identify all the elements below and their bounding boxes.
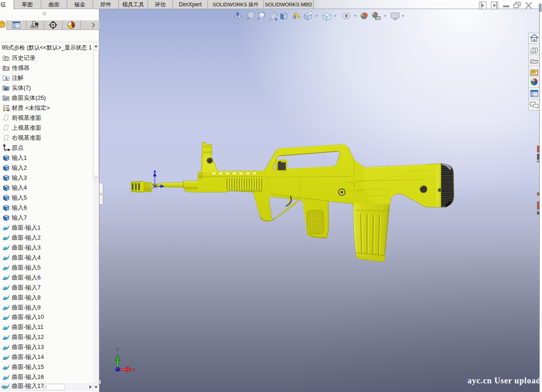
svg-text:输入7: 输入7 — [11, 214, 27, 221]
svg-text:曲面-输入15: 曲面-输入15 — [12, 363, 44, 370]
svg-text:曲面-输入11: 曲面-输入11 — [12, 323, 44, 330]
svg-text:曲面-输入12: 曲面-输入12 — [12, 333, 44, 340]
svg-text:曲面-输入13: 曲面-输入13 — [12, 343, 44, 350]
svg-text:曲面-输入9: 曲面-输入9 — [12, 304, 41, 311]
svg-text:历史记录: 历史记录 — [12, 54, 35, 61]
svg-text:输入5: 输入5 — [11, 194, 27, 201]
svg-text:X: X — [133, 367, 136, 372]
svg-text:实体(7): 实体(7) — [12, 84, 31, 91]
svg-text:曲面-输入6: 曲面-输入6 — [12, 274, 41, 281]
svg-text:曲面-输入5: 曲面-输入5 — [12, 264, 41, 271]
svg-text:曲面实体(25): 曲面实体(25) — [12, 94, 46, 101]
svg-text:Y: Y — [116, 347, 119, 352]
svg-text:A: A — [5, 76, 8, 81]
svg-text:输入4: 输入4 — [11, 184, 27, 191]
svg-text:95式步枪 (默认<<默认>_显示状态 1: 95式步枪 (默认<<默认>_显示状态 1 — [2, 44, 92, 51]
svg-text:上视基准面: 上视基准面 — [12, 124, 41, 131]
svg-text:曲面-输入4: 曲面-输入4 — [12, 254, 41, 261]
svg-text:曲面-输入16: 曲面-输入16 — [12, 373, 44, 380]
svg-text:原点: 原点 — [12, 144, 24, 151]
svg-text:输入2: 输入2 — [11, 164, 27, 171]
svg-text:注解: 注解 — [12, 74, 24, 81]
svg-text:输入1: 输入1 — [11, 154, 27, 161]
svg-text:曲面-输入14: 曲面-输入14 — [12, 353, 44, 360]
svg-text:曲面-输入1: 曲面-输入1 — [12, 224, 41, 231]
svg-text:输入3: 输入3 — [11, 174, 27, 181]
svg-text:曲面-输入17: 曲面-输入17 — [12, 382, 44, 389]
svg-text:传感器: 传感器 — [11, 64, 30, 71]
svg-text:右视基准面: 右视基准面 — [12, 134, 41, 141]
svg-text:材质 <未指定>: 材质 <未指定> — [11, 104, 50, 111]
svg-text:曲面-输入2: 曲面-输入2 — [12, 234, 41, 241]
svg-text:前视基准面: 前视基准面 — [12, 114, 41, 121]
svg-text:输入6: 输入6 — [11, 204, 27, 211]
svg-text:曲面-输入10: 曲面-输入10 — [12, 314, 44, 320]
svg-text:曲面-输入7: 曲面-输入7 — [12, 284, 41, 291]
svg-text:曲面-输入3: 曲面-输入3 — [12, 244, 41, 251]
svg-text:曲面-输入8: 曲面-输入8 — [12, 294, 41, 301]
